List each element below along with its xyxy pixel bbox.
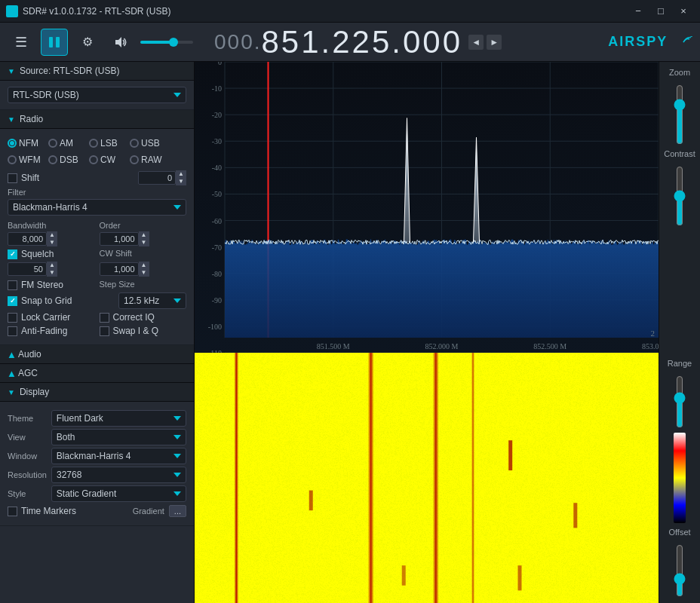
spectrum-main — [195, 62, 659, 353]
shift-down[interactable]: ▼ — [176, 178, 186, 185]
maximize-button[interactable]: □ — [650, 3, 671, 20]
zoom-slider[interactable] — [673, 84, 686, 145]
radio-wfm-indicator — [8, 155, 17, 164]
style-dropdown[interactable]: Static Gradient Dynamic Gradient — [51, 485, 186, 502]
radio-am-indicator — [48, 139, 57, 148]
bandwidth-down[interactable]: ▼ — [47, 239, 57, 246]
radio-wfm[interactable]: WFM — [8, 155, 45, 165]
radio-section-header[interactable]: ▼ Radio — [0, 110, 194, 129]
radio-nfm-indicator — [8, 139, 17, 148]
radio-nfm-label: NFM — [19, 138, 38, 148]
bandwidth-spinners: ▲ ▼ — [47, 231, 57, 246]
contrast-label: Contrast — [664, 149, 695, 158]
agc-section-header[interactable]: ▶ AGC — [0, 364, 194, 383]
display-section-body: Theme Fluent Dark View Both Spectrum Wat… — [0, 402, 194, 526]
radio-lsb[interactable]: LSB — [89, 138, 127, 148]
radio-usb[interactable]: USB — [130, 138, 167, 148]
fmstereo-stepsize-row: FM Stereo Step Size — [8, 280, 186, 290]
filter-dropdown[interactable]: Blackman-Harris 4 — [8, 199, 186, 216]
snap-dropdown[interactable]: 12.5 kHz 25 kHz — [118, 292, 186, 309]
bandwidth-up[interactable]: ▲ — [47, 231, 57, 239]
close-button[interactable]: × — [673, 3, 694, 20]
shift-checkbox-item[interactable]: Shift — [8, 173, 39, 183]
radio-section-body: NFM AM LSB USB WFM — [0, 129, 194, 345]
radio-dsb[interactable]: DSB — [48, 155, 86, 165]
squelch-checkbox-item[interactable]: Squelch — [8, 249, 95, 259]
contrast-slider[interactable] — [673, 166, 686, 226]
fm-stereo-item[interactable]: FM Stereo — [8, 280, 95, 290]
freq-left-button[interactable]: ◄ — [468, 35, 484, 50]
order-input[interactable] — [100, 232, 139, 246]
squelch-up[interactable]: ▲ — [47, 262, 57, 269]
airspy-logo: AIRSPY — [608, 34, 692, 50]
source-dropdown[interactable]: RTL-SDR (USB) — [8, 87, 186, 103]
play-button[interactable] — [41, 29, 68, 56]
order-down[interactable]: ▼ — [139, 239, 149, 246]
resolution-dropdown[interactable]: 32768 16384 — [51, 467, 186, 483]
style-row: Style Static Gradient Dynamic Gradient — [8, 485, 186, 502]
spectrum-container: Zoom Contrast — [195, 62, 700, 353]
resolution-row: Resolution 32768 16384 — [8, 467, 186, 483]
range-slider[interactable] — [673, 375, 686, 428]
radio-am[interactable]: AM — [48, 138, 86, 148]
window-dropdown[interactable]: Blackman-Harris 4 — [51, 448, 186, 464]
lockcarrier-correctiq-row: Lock Carrier Correct IQ — [8, 312, 186, 323]
audio-icon — [114, 36, 127, 48]
theme-dropdown[interactable]: Fluent Dark — [51, 410, 186, 427]
agc-arrow: ▶ — [7, 370, 15, 376]
squelch-input[interactable] — [8, 262, 47, 276]
freq-nav: ◄ ► — [468, 35, 502, 50]
theme-label: Theme — [8, 414, 47, 423]
squelch-checkbox — [8, 249, 17, 259]
gradient-button[interactable]: ... — [169, 505, 186, 517]
cwshift-input-wrap: ▲ ▼ — [100, 262, 187, 277]
zoom-label: Zoom — [669, 68, 690, 77]
anti-fading-item[interactable]: Anti-Fading — [8, 326, 95, 336]
display-section-label: Display — [20, 387, 49, 397]
cwshift-down[interactable]: ▼ — [139, 269, 149, 277]
view-row: View Both Spectrum Waterfall — [8, 429, 186, 445]
source-section-header[interactable]: ▼ Source: RTL-SDR (USB) — [0, 62, 194, 81]
lock-carrier-item[interactable]: Lock Carrier — [8, 312, 95, 323]
cwshift-spinners: ▲ ▼ — [139, 262, 149, 277]
display-section-header[interactable]: ▼ Display — [0, 383, 194, 402]
radio-raw[interactable]: RAW — [130, 155, 167, 165]
radio-nfm[interactable]: NFM — [8, 138, 45, 148]
toolbar: ☰ ⚙ 000. 851.225.000 ◄ ► AIRSPY — [0, 23, 700, 62]
bandwidth-input[interactable] — [8, 232, 47, 246]
view-dropdown[interactable]: Both Spectrum Waterfall — [51, 429, 186, 445]
swap-iq-item[interactable]: Swap I & Q — [100, 326, 187, 336]
radio-mode-group2: WFM DSB CW RAW — [8, 152, 186, 168]
swap-iq-checkbox — [100, 326, 109, 336]
radio-cw-label: CW — [100, 155, 115, 165]
snap-checkbox-item[interactable]: Snap to Grid — [8, 295, 72, 306]
order-input-wrap: ▲ ▼ — [100, 231, 187, 246]
zoom-panel: Zoom Contrast — [659, 62, 700, 353]
radio-usb-label: USB — [141, 138, 160, 148]
shift-checkbox — [8, 173, 17, 183]
shift-up[interactable]: ▲ — [176, 170, 186, 178]
shift-input[interactable] — [138, 171, 176, 185]
menu-button[interactable]: ☰ — [8, 29, 35, 56]
cwshift-up[interactable]: ▲ — [139, 262, 149, 269]
radio-label: Radio — [20, 114, 43, 124]
bandwidth-order-row: Bandwidth ▲ ▼ Order ▲ — [8, 221, 186, 246]
antifading-swapiq-row: Anti-Fading Swap I & Q — [8, 326, 186, 336]
freq-right-button[interactable]: ► — [487, 35, 502, 50]
audio-button[interactable] — [107, 29, 134, 56]
cwshift-input[interactable] — [100, 262, 139, 276]
window-label: Window — [8, 451, 47, 461]
settings-button[interactable]: ⚙ — [74, 29, 101, 56]
offset-slider[interactable] — [673, 544, 686, 597]
offset-label: Offset — [668, 528, 690, 537]
minimize-button[interactable]: − — [628, 3, 649, 20]
time-markers-item[interactable]: Time Markers — [8, 506, 76, 516]
volume-slider[interactable] — [140, 41, 193, 44]
audio-section-header[interactable]: ▶ Audio — [0, 345, 194, 364]
bandwidth-input-wrap: ▲ ▼ — [8, 231, 95, 246]
radio-cw[interactable]: CW — [89, 155, 127, 165]
frequency-display: 000. 851.225.000 ◄ ► — [214, 24, 602, 60]
squelch-down[interactable]: ▼ — [47, 269, 57, 277]
order-up[interactable]: ▲ — [139, 231, 149, 239]
correct-iq-item[interactable]: Correct IQ — [100, 312, 187, 323]
